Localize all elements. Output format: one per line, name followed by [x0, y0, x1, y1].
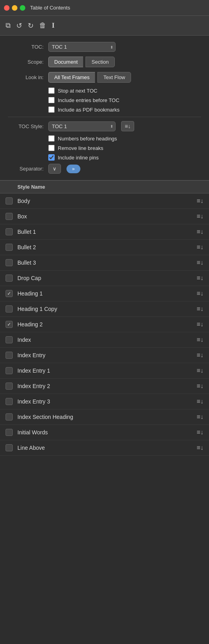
style-item-menu-button[interactable]: ≡↓ — [197, 197, 203, 205]
list-item[interactable]: Index Entry 3≡↓ — [0, 394, 209, 409]
window-controls[interactable] — [4, 5, 25, 11]
style-item-menu-button[interactable]: ≡↓ — [197, 367, 203, 374]
include-pdf-row: Include as PDF bookmarks — [8, 106, 201, 113]
lookin-alltextframes-button[interactable]: All Text Frames — [48, 72, 95, 83]
list-item[interactable]: Bullet 1≡↓ — [0, 224, 209, 240]
redo-icon[interactable]: ↻ — [28, 21, 34, 30]
list-item[interactable]: Body≡↓ — [0, 193, 209, 209]
separator-label: Separator: — [8, 166, 44, 172]
scope-row: Scope: Document Section — [8, 57, 201, 67]
style-item-checkbox[interactable] — [6, 367, 13, 374]
list-item[interactable]: Drop Cap≡↓ — [0, 271, 209, 286]
toc-style-select[interactable]: TOC 1 — [48, 121, 116, 131]
toc-style-row: TOC Style: TOC 1 ≡↓ — [8, 121, 201, 131]
lookin-textflow-button[interactable]: Text Flow — [97, 72, 131, 83]
scope-document-button[interactable]: Document — [48, 57, 83, 67]
list-item[interactable]: Bullet 2≡↓ — [0, 240, 209, 255]
delete-icon[interactable]: 🗑 — [39, 21, 46, 30]
include-pdf-checkbox[interactable] — [48, 106, 55, 113]
include-pins-label[interactable]: Include inline pins — [58, 155, 99, 161]
minimize-button[interactable] — [12, 5, 17, 11]
close-button[interactable] — [4, 5, 10, 11]
style-item-name: Index Entry 1 — [17, 367, 197, 374]
style-item-menu-button[interactable]: ≡↓ — [197, 321, 203, 328]
numbers-before-checkbox[interactable] — [48, 135, 55, 142]
list-item[interactable]: Line Above≡↓ — [0, 440, 209, 456]
remove-line-checkbox[interactable] — [48, 145, 55, 151]
style-item-menu-button[interactable]: ≡↓ — [197, 383, 203, 390]
style-item-menu-button[interactable]: ≡↓ — [197, 352, 203, 359]
style-item-menu-button[interactable]: ≡↓ — [197, 244, 203, 251]
style-item-checkbox[interactable] — [6, 228, 13, 235]
style-item-checkbox[interactable] — [6, 352, 13, 359]
style-list-scroll-area[interactable]: Body≡↓Box≡↓Bullet 1≡↓Bullet 2≡↓Bullet 3≡… — [0, 193, 209, 456]
include-pins-checkbox[interactable] — [48, 154, 55, 161]
style-item-checkbox[interactable] — [6, 336, 13, 343]
copy-icon[interactable]: ⧉ — [6, 21, 11, 30]
list-item[interactable]: Initial Words≡↓ — [0, 425, 209, 440]
style-item-menu-button[interactable]: ≡↓ — [197, 228, 203, 235]
style-item-checkbox[interactable] — [6, 213, 13, 220]
toc-style-select-wrapper[interactable]: TOC 1 — [48, 121, 116, 131]
style-item-name: Heading 2 — [17, 321, 197, 328]
separator-pill[interactable]: » — [66, 165, 80, 173]
list-item[interactable]: Index Entry≡↓ — [0, 348, 209, 363]
style-item-menu-button[interactable]: ≡↓ — [197, 213, 203, 220]
maximize-button[interactable] — [20, 5, 25, 11]
undo-icon[interactable]: ↺ — [16, 21, 22, 30]
divider-1 — [8, 117, 201, 117]
style-item-checkbox[interactable]: ✓ — [6, 290, 13, 297]
list-item[interactable]: ✓Heading 2≡↓ — [0, 317, 209, 332]
style-item-menu-button[interactable]: ≡↓ — [197, 275, 203, 282]
separator-controls: ∨ » — [48, 164, 201, 174]
toc-select-wrapper[interactable]: TOC 1 — [48, 42, 116, 52]
style-item-checkbox[interactable] — [6, 429, 13, 436]
style-item-checkbox[interactable] — [6, 444, 13, 451]
toc-style-menu-button[interactable]: ≡↓ — [121, 121, 134, 131]
style-list-header: Style Name — [0, 181, 209, 193]
style-item-checkbox[interactable] — [6, 413, 13, 420]
style-item-menu-button[interactable]: ≡↓ — [197, 444, 203, 451]
scope-controls: Document Section — [48, 57, 201, 67]
style-item-menu-button[interactable]: ≡↓ — [197, 259, 203, 266]
toc-select[interactable]: TOC 1 — [48, 42, 116, 52]
stop-next-toc-checkbox[interactable] — [48, 87, 55, 94]
style-item-name: Index Entry 3 — [17, 398, 197, 405]
include-entries-label[interactable]: Include entries before TOC — [58, 97, 120, 103]
style-item-menu-button[interactable]: ≡↓ — [197, 290, 203, 297]
list-item[interactable]: Bullet 3≡↓ — [0, 255, 209, 271]
style-item-checkbox[interactable] — [6, 244, 13, 251]
style-item-checkbox[interactable] — [6, 305, 13, 313]
numbers-before-label[interactable]: Numbers before headings — [58, 136, 117, 142]
list-item[interactable]: Box≡↓ — [0, 209, 209, 224]
style-item-checkbox[interactable] — [6, 398, 13, 405]
lookin-row: Look in: All Text Frames Text Flow — [8, 72, 201, 83]
list-item[interactable]: Index Entry 1≡↓ — [0, 363, 209, 379]
remove-line-label[interactable]: Remove line breaks — [58, 145, 103, 151]
list-item[interactable]: Index Entry 2≡↓ — [0, 379, 209, 394]
window-title: Table of Contents — [30, 5, 70, 11]
style-item-menu-button[interactable]: ≡↓ — [197, 336, 203, 343]
style-item-checkbox[interactable] — [6, 383, 13, 390]
stop-next-toc-label[interactable]: Stop at next TOC — [58, 88, 97, 94]
style-item-menu-button[interactable]: ≡↓ — [197, 305, 203, 313]
list-item[interactable]: Index Section Heading≡↓ — [0, 409, 209, 425]
include-pdf-label[interactable]: Include as PDF bookmarks — [58, 107, 120, 113]
list-item[interactable]: ✓Heading 1≡↓ — [0, 286, 209, 301]
style-item-checkbox[interactable]: ✓ — [6, 321, 13, 328]
separator-chevron-button[interactable]: ∨ — [48, 164, 61, 174]
style-item-checkbox[interactable] — [6, 197, 13, 205]
scope-section-button[interactable]: Section — [86, 57, 114, 67]
list-item[interactable]: Heading 1 Copy≡↓ — [0, 301, 209, 317]
style-item-checkbox[interactable] — [6, 275, 13, 282]
style-item-menu-button[interactable]: ≡↓ — [197, 398, 203, 405]
include-pins-row: Include inline pins — [8, 154, 201, 161]
style-item-menu-button[interactable]: ≡↓ — [197, 413, 203, 420]
style-item-checkbox[interactable] — [6, 259, 13, 266]
style-item-menu-button[interactable]: ≡↓ — [197, 429, 203, 436]
include-entries-checkbox[interactable] — [48, 97, 55, 103]
list-item[interactable]: Index≡↓ — [0, 332, 209, 348]
style-item-name: Heading 1 Copy — [17, 306, 197, 312]
style-item-name: Bullet 2 — [17, 244, 197, 250]
cursor-icon[interactable]: 𝐈 — [52, 21, 55, 30]
